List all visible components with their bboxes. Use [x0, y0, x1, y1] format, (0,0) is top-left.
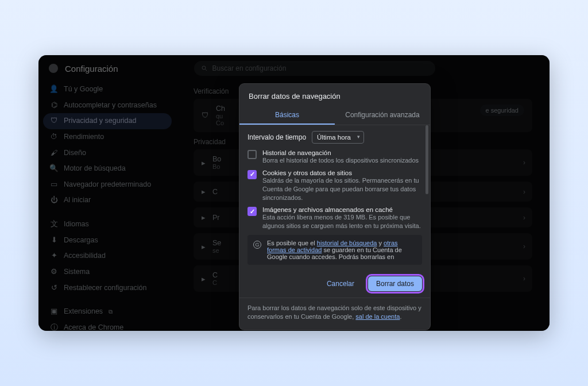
svg-line-1 [205, 70, 207, 71]
sidebar-item-label: Rendimiento [64, 133, 104, 142]
person-icon: 👤 [50, 85, 58, 94]
system-icon: ⚙ [50, 268, 58, 277]
header: Configuración Buscar en configuración [38, 55, 550, 78]
sidebar-item-autocompletar-y-contrase-as[interactable]: ⌬ Autocompletar y contraseñas [43, 98, 172, 114]
security-pill[interactable]: e seguridad [480, 105, 525, 116]
sidebar-item-label: Al iniciar [64, 196, 91, 205]
chrome-icon [49, 64, 58, 73]
cancel-button[interactable]: Cancelar [319, 276, 362, 291]
sidebar: 👤 Tú y Google⌬ Autocompletar y contraseñ… [38, 78, 176, 331]
chevron-right-icon: › [523, 214, 525, 222]
clear-data-modal: Borrar datos de navegación Básicas Confi… [239, 84, 430, 330]
reset-icon: ↺ [50, 284, 58, 293]
sidebar-item-label: Autocompletar y contraseñas [64, 101, 157, 110]
key-icon: ⌬ [50, 101, 58, 110]
sidebar-item-t-y-google[interactable]: 👤 Tú y Google [43, 82, 172, 98]
modal-footer-note: Para borrar los datos de navegación solo… [239, 298, 430, 330]
sidebar-item-label: Idiomas [64, 220, 89, 229]
priv-icon: ▸ [202, 213, 206, 222]
option-desc: Esta acción libera menos de 319 MB. Es p… [262, 213, 422, 230]
sidebar-item-label: Tú y Google [64, 85, 103, 94]
tab-advanced[interactable]: Configuración avanzada [335, 106, 430, 125]
clear-option-0: Historial de navegación Borra el histori… [247, 149, 422, 165]
about-icon: ⓘ [50, 323, 58, 331]
sidebar-item-accesibilidad[interactable]: ✦ Accesibilidad [43, 248, 172, 264]
search-icon: 🔍 [50, 164, 58, 173]
sign-out-link[interactable]: sal de la cuenta [355, 313, 400, 320]
option-desc: Borra el historial de todos los disposit… [262, 156, 419, 165]
sidebar-item-label: Navegador predeterminado [64, 180, 151, 190]
sidebar-item-dise-o[interactable]: 🖌 Diseño [43, 145, 172, 161]
lock-icon: ▸ [202, 242, 206, 251]
sidebar-item-navegador-predeterminado[interactable]: ▭ Navegador predeterminado [43, 177, 172, 193]
chevron-right-icon: › [523, 242, 525, 250]
sidebar-item-idiomas[interactable]: 文 Idiomas [43, 217, 172, 233]
tab-basic[interactable]: Básicas [239, 106, 335, 125]
modal-title: Borrar datos de navegación [239, 84, 430, 106]
sidebar-item-restablecer-configuraci-n[interactable]: ↺ Restablecer configuración [43, 280, 172, 296]
power-icon: ⏻ [50, 196, 58, 205]
a11y-icon: ✦ [50, 252, 58, 261]
ext-icon: ▣ [50, 307, 58, 316]
sidebar-item-label: Accesibilidad [64, 252, 106, 261]
chevron-right-icon: › [523, 159, 525, 167]
sidebar-item-sistema[interactable]: ⚙ Sistema [43, 264, 172, 280]
page-title: Configuración [65, 64, 118, 74]
speed-icon: ⏱ [50, 133, 58, 142]
sidebar-item-motor-de-b-squeda[interactable]: 🔍 Motor de búsqueda [43, 161, 172, 177]
brush-icon: 🖌 [50, 149, 58, 158]
chevron-right-icon: › [523, 275, 525, 283]
external-icon: ⧉ [109, 308, 113, 316]
svg-point-0 [202, 66, 206, 70]
option-desc: Saldrás de la mayoría de los sitios. Per… [262, 176, 422, 202]
time-range-select[interactable]: Última hora [312, 131, 364, 144]
clear-data-button[interactable]: Borrar datos [368, 276, 422, 291]
option-title: Cookies y otros datos de sitios [262, 169, 422, 176]
checkbox-option-1[interactable] [247, 170, 257, 179]
shield-icon: 🛡 [202, 111, 209, 119]
trash-icon: ▸ [202, 159, 206, 167]
clear-option-2: Imágenes y archivos almacenados en caché… [247, 206, 422, 230]
download-icon: ⬇ [50, 236, 58, 245]
google-icon: G [253, 241, 261, 249]
shield-icon: 🛡 [50, 117, 58, 126]
sidebar-item-descargas[interactable]: ⬇ Descargas [43, 233, 172, 249]
checkbox-option-2[interactable] [247, 207, 257, 216]
search-input[interactable]: Buscar en configuración [194, 61, 435, 76]
sidebar-item-rendimiento[interactable]: ⏱ Rendimiento [43, 129, 172, 145]
option-title: Historial de navegación [262, 149, 419, 156]
sidebar-item-label: Restablecer configuración [64, 284, 147, 293]
sidebar-item-extensiones[interactable]: ▣ Extensiones ⧉ [43, 304, 172, 320]
google-account-info: G Es posible que el historial de búsqued… [247, 235, 422, 265]
search-history-link[interactable]: historial de búsqueda [317, 240, 377, 246]
modal-scrollbar[interactable] [425, 125, 429, 271]
option-title: Imágenes y archivos almacenados en caché [262, 206, 422, 213]
sidebar-item-label: Diseño [64, 149, 86, 158]
settings-window: Configuración Buscar en configuración 👤 … [38, 55, 550, 331]
sidebar-item-label: Descargas [64, 236, 98, 245]
sidebar-item-label: Extensiones [64, 307, 103, 316]
chevron-right-icon: › [523, 188, 525, 196]
sidebar-item-privacidad-y-seguridad[interactable]: 🛡 Privacidad y seguridad [43, 113, 172, 129]
clear-option-1: Cookies y otros datos de sitios Saldrás … [247, 169, 422, 202]
search-icon [201, 65, 208, 72]
sidebar-item-acerca-de-chrome[interactable]: ⓘ Acerca de Chrome [43, 320, 172, 331]
sidebar-item-label: Privacidad y seguridad [64, 117, 136, 126]
search-placeholder: Buscar en configuración [212, 64, 287, 72]
sidebar-item-label: Sistema [64, 268, 90, 277]
window-icon: ▭ [50, 180, 58, 190]
sidebar-item-label: Motor de búsqueda [64, 164, 126, 173]
cookie-icon: ▸ [202, 187, 206, 196]
sidebar-item-al-iniciar[interactable]: ⏻ Al iniciar [43, 192, 172, 209]
time-range-label: Intervalo de tiempo [247, 133, 306, 141]
modal-tabs: Básicas Configuración avanzada [239, 106, 430, 125]
sidebar-item-label: Acerca de Chrome [64, 323, 123, 331]
site-icon: ▸ [202, 275, 206, 283]
checkbox-option-0[interactable] [247, 150, 257, 159]
lang-icon: 文 [50, 220, 58, 229]
